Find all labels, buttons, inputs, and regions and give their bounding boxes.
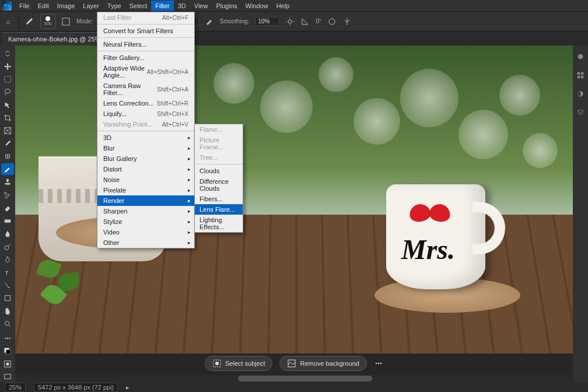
filter-blur-gallery[interactable]: Blur Gallery▸: [97, 153, 194, 164]
filter-neural[interactable]: Neural Filters...: [97, 39, 194, 50]
color-swatches[interactable]: [1, 345, 14, 357]
menu-select[interactable]: Select: [125, 1, 152, 11]
scrollbar-thumb[interactable]: [238, 376, 372, 382]
swatches-panel-icon[interactable]: [574, 69, 587, 82]
menu-plugins[interactable]: Plugins: [212, 1, 241, 11]
filter-pixelate[interactable]: Pixelate▸: [97, 185, 194, 195]
angle-icon[interactable]: [300, 17, 310, 26]
document-info[interactable]: 5472 px x 3648 px (72 ppi): [34, 383, 118, 392]
remove-background-button[interactable]: Remove background: [279, 356, 367, 371]
shape-tool[interactable]: [1, 292, 14, 304]
move-tool[interactable]: [1, 61, 14, 72]
menu-view[interactable]: View: [190, 1, 212, 11]
render-fibers[interactable]: Fibers...: [195, 194, 243, 204]
edit-toolbar-icon[interactable]: [1, 332, 14, 344]
smoothing-gear-icon[interactable]: [285, 17, 295, 26]
svg-rect-0: [62, 18, 69, 25]
smoothing-input[interactable]: 10%: [255, 17, 279, 26]
adjustments-panel-icon[interactable]: [574, 88, 587, 100]
svg-point-18: [5, 338, 6, 339]
menu-type[interactable]: Type: [103, 1, 125, 11]
pen-tool[interactable]: [1, 254, 14, 265]
render-submenu: Flame... Picture Frame... Tree... Clouds…: [194, 124, 243, 233]
svg-point-16: [5, 321, 9, 326]
svg-point-29: [376, 363, 377, 365]
healing-tool[interactable]: [1, 150, 14, 162]
smoothing-label: Smoothing:: [220, 18, 250, 24]
menu-file[interactable]: File: [15, 1, 34, 11]
filter-video[interactable]: Video▸: [97, 227, 194, 237]
filter-sharpen[interactable]: Sharpen▸: [97, 206, 194, 216]
filter-camera-raw[interactable]: Camera Raw Filter...Shift+Ctrl+A: [97, 80, 194, 98]
filter-noise[interactable]: Noise▸: [97, 174, 194, 185]
stamp-tool[interactable]: [1, 176, 14, 188]
filter-3d[interactable]: 3D▸: [97, 132, 194, 143]
filter-adaptive-wide-angle[interactable]: Adaptive Wide Angle...Alt+Shift+Ctrl+A: [97, 63, 194, 80]
right-panels-collapsed: [573, 46, 588, 383]
crop-tool[interactable]: [1, 112, 14, 124]
brush-preview[interactable]: 500: [40, 14, 55, 29]
brush-dot-icon: [46, 16, 50, 21]
zoom-tool[interactable]: [1, 318, 14, 330]
history-brush-tool[interactable]: [1, 190, 14, 201]
menu-layer[interactable]: Layer: [79, 1, 103, 11]
eyedropper-tool[interactable]: [1, 138, 14, 149]
type-tool[interactable]: T: [1, 267, 14, 278]
filter-gallery[interactable]: Filter Gallery...: [97, 52, 194, 63]
svg-point-27: [215, 362, 219, 365]
pressure-size-icon[interactable]: [327, 17, 337, 26]
gradient-tool[interactable]: [1, 215, 14, 227]
quickmask-icon[interactable]: [1, 358, 14, 370]
screenmode-icon[interactable]: [1, 371, 14, 383]
filter-blur[interactable]: Blur▸: [97, 143, 194, 153]
eraser-tool[interactable]: [1, 202, 14, 214]
blur-tool[interactable]: [1, 228, 14, 240]
filter-liquify[interactable]: Liquify...Shift+Ctrl+X: [97, 108, 194, 119]
lasso-tool[interactable]: [1, 86, 14, 98]
select-subject-icon: [212, 359, 222, 368]
zoom-level[interactable]: 25%: [5, 383, 26, 392]
svg-rect-36: [581, 76, 583, 78]
menu-3d[interactable]: 3D: [174, 1, 190, 11]
layers-panel-icon[interactable]: [574, 106, 587, 119]
render-difference-clouds[interactable]: Difference Clouds: [195, 176, 243, 194]
hand-tool[interactable]: [1, 305, 14, 317]
color-panel-icon[interactable]: [574, 50, 587, 63]
horizontal-scrollbar[interactable]: [15, 374, 573, 383]
chevron-expand-icon[interactable]: [1, 48, 14, 60]
render-lighting-effects[interactable]: Lighting Effects...: [195, 215, 243, 232]
svg-point-3: [329, 19, 335, 24]
filter-distort[interactable]: Distort▸: [97, 164, 194, 174]
path-tool[interactable]: [1, 279, 14, 291]
filter-other[interactable]: Other▸: [97, 237, 194, 248]
selection-tool[interactable]: [1, 99, 14, 111]
svg-rect-22: [6, 349, 10, 354]
render-clouds[interactable]: Clouds: [195, 166, 243, 176]
brush-tool[interactable]: [1, 163, 14, 175]
menubar: Ps File Edit Image Layer Type Select Fil…: [0, 0, 588, 12]
menu-help[interactable]: Help: [272, 1, 294, 11]
filter-stylize[interactable]: Stylize▸: [97, 216, 194, 227]
svg-point-12: [5, 246, 9, 250]
menu-filter[interactable]: Filter: [151, 1, 173, 11]
chevron-right-icon: ▸: [188, 135, 191, 141]
chevron-right-icon[interactable]: ▸: [126, 384, 130, 391]
dodge-tool[interactable]: [1, 241, 14, 253]
render-flame: Flame...: [195, 124, 243, 135]
home-icon[interactable]: ⌂: [4, 17, 13, 26]
menu-window[interactable]: Window: [242, 1, 272, 11]
filter-lens-correction[interactable]: Lens Correction...Shift+Ctrl+R: [97, 98, 194, 108]
brush-panel-icon[interactable]: [61, 17, 71, 26]
select-subject-button[interactable]: Select subject: [205, 356, 272, 371]
filter-convert-smart[interactable]: Convert for Smart Filters: [97, 26, 194, 36]
render-lens-flare[interactable]: Lens Flare...: [195, 204, 243, 215]
symmetry-icon[interactable]: [342, 17, 352, 26]
taskbar-more-icon[interactable]: [374, 359, 383, 368]
airbrush-icon[interactable]: [205, 17, 214, 26]
menu-image[interactable]: Image: [53, 1, 79, 11]
marquee-tool[interactable]: [1, 74, 14, 85]
status-bar: 25% 5472 px x 3648 px (72 ppi) ▸: [0, 383, 588, 392]
menu-edit[interactable]: Edit: [34, 1, 53, 11]
filter-render[interactable]: Render▸: [97, 195, 194, 206]
frame-tool[interactable]: [1, 125, 14, 136]
